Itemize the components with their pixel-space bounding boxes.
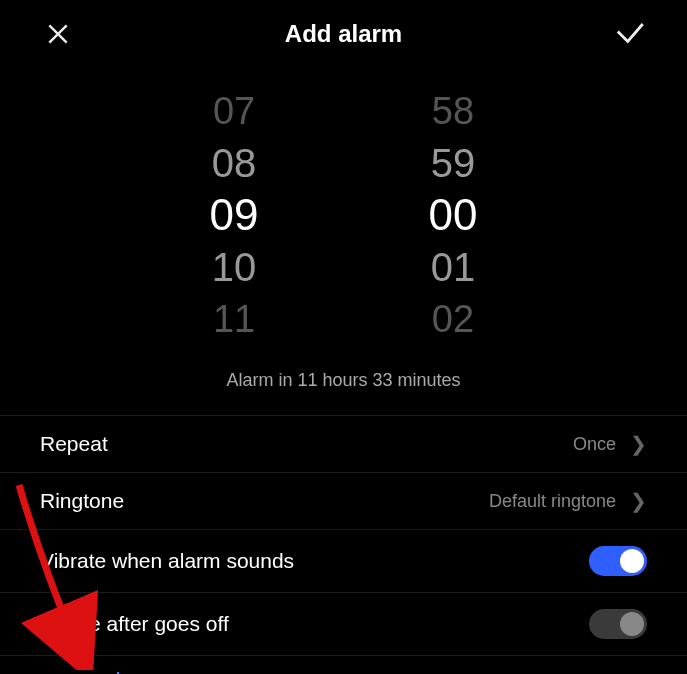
time-picker: 07 08 09 10 11 58 59 00 01 02 [0, 88, 687, 342]
settings-list: Repeat Once ❯ Ringtone Default ringtone … [0, 415, 687, 674]
chevron-right-icon: ❯ [630, 489, 647, 513]
hour-option: 07 [213, 88, 255, 134]
vibrate-row: Vibrate when alarm sounds [0, 529, 687, 592]
repeat-value: Once [573, 434, 616, 455]
close-icon[interactable] [40, 16, 76, 52]
minute-option: 02 [432, 296, 474, 342]
repeat-row[interactable]: Repeat Once ❯ [0, 415, 687, 472]
minute-selected: 00 [429, 192, 478, 238]
countdown-text: Alarm in 11 hours 33 minutes [0, 370, 687, 391]
delete-toggle[interactable] [589, 609, 647, 639]
ringtone-label: Ringtone [40, 489, 124, 513]
ringtone-value: Default ringtone [489, 491, 616, 512]
ringtone-value-wrap: Default ringtone ❯ [489, 489, 647, 513]
page-title: Add alarm [285, 20, 402, 48]
repeat-value-wrap: Once ❯ [573, 432, 647, 456]
minute-option: 58 [432, 88, 474, 134]
repeat-label: Repeat [40, 432, 108, 456]
hour-option: 11 [213, 296, 255, 342]
header: Add alarm [0, 0, 687, 68]
confirm-icon[interactable] [611, 16, 647, 52]
minute-option: 59 [431, 140, 476, 186]
hour-selected: 09 [210, 192, 259, 238]
ringtone-row[interactable]: Ringtone Default ringtone ❯ [0, 472, 687, 529]
minute-wheel[interactable]: 58 59 00 01 02 [429, 88, 478, 342]
delete-row: Delete after goes off [0, 592, 687, 655]
vibrate-toggle[interactable] [589, 546, 647, 576]
delete-label: Delete after goes off [40, 612, 229, 636]
hour-wheel[interactable]: 07 08 09 10 11 [210, 88, 259, 342]
label-row: Label [0, 655, 687, 674]
minute-option: 01 [431, 244, 476, 290]
hour-option: 10 [212, 244, 257, 290]
chevron-right-icon: ❯ [630, 432, 647, 456]
hour-option: 08 [212, 140, 257, 186]
vibrate-label: Vibrate when alarm sounds [40, 549, 294, 573]
